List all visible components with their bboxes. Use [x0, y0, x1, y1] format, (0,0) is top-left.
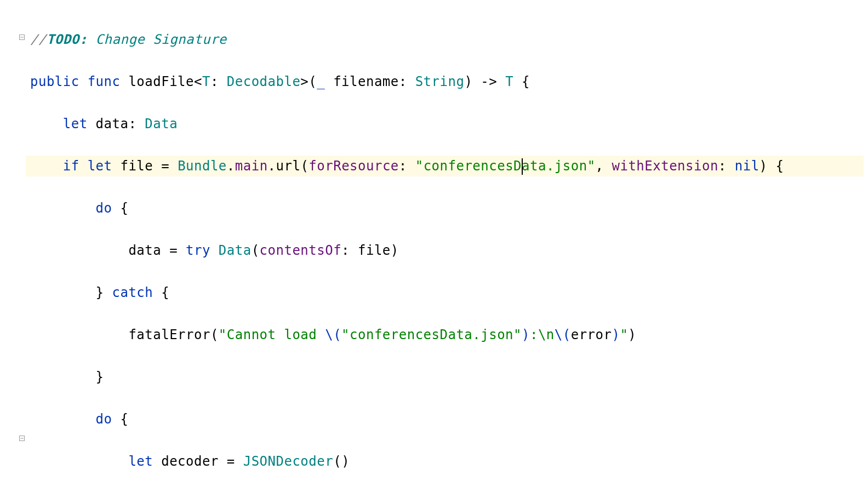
colon: : [210, 74, 219, 89]
keyword-let: let [63, 116, 88, 131]
code-line[interactable]: do { [30, 409, 864, 430]
colon: : [718, 158, 727, 174]
comment-slashes: // [30, 32, 47, 47]
lparen: ( [210, 327, 219, 342]
colon: : [399, 158, 407, 174]
fn-fatalError: fatalError [128, 327, 210, 342]
comma: , [596, 158, 604, 174]
code-line[interactable]: do { [30, 198, 864, 219]
var-error: error [571, 327, 612, 342]
arrow: -> [481, 74, 497, 89]
param-contentsOf: contentsOf [260, 243, 342, 258]
keyword-try: try [186, 243, 210, 258]
keyword-catch: catch [112, 285, 153, 300]
string-cannot-load-3: " [620, 327, 628, 342]
lbrace: { [120, 201, 128, 216]
lbrace: { [776, 158, 784, 174]
interp-close: ) [522, 327, 530, 342]
return-T: T [505, 74, 513, 89]
rbrace: } [96, 285, 104, 300]
string-json: "conferencesData.json" [341, 327, 522, 342]
type-bundle: Bundle [178, 158, 227, 174]
eq: = [169, 243, 178, 258]
type-decodable: Decodable [227, 74, 301, 89]
code-line-current[interactable]: if let file = Bundle.main.url(forResourc… [26, 156, 864, 177]
lbrace: { [120, 411, 128, 427]
rparen: ) [391, 243, 399, 258]
underscore: _ [317, 74, 325, 89]
rparen: ) [628, 327, 636, 342]
keyword-func: func [88, 74, 121, 89]
interp-open: \( [325, 327, 341, 342]
var-decoder: decoder [161, 454, 219, 469]
keyword-let: let [88, 158, 112, 174]
string-cannot-load: "Cannot load [219, 327, 325, 342]
code-area[interactable]: //TODO: Change Signature public func loa… [26, 0, 868, 492]
rparen: ) [760, 158, 768, 174]
param-filename: filename [333, 74, 399, 89]
rparen: ) [341, 454, 350, 469]
string-json-a: "conferencesD [415, 158, 522, 174]
lparen: ( [300, 158, 309, 174]
dot: . [268, 158, 276, 174]
code-line[interactable]: let data: Data [30, 113, 864, 135]
lbrace: { [161, 285, 169, 300]
type-string: String [415, 74, 465, 89]
eq: = [227, 454, 235, 469]
keyword-public: public [30, 74, 79, 89]
code-line[interactable]: } [30, 367, 864, 388]
type-data: Data [219, 243, 252, 258]
param-forResource: forResource [309, 158, 398, 174]
var-file: file [358, 243, 391, 258]
func-name: loadFile [128, 74, 194, 89]
lparen: ( [252, 243, 260, 258]
code-line[interactable]: fatalError("Cannot load \("conferencesDa… [30, 324, 864, 346]
keyword-let: let [128, 454, 153, 469]
param-withExtension: withExtension [612, 158, 718, 174]
generic-T: T [202, 74, 210, 89]
keyword-if: if [63, 158, 79, 174]
lparen: ( [309, 74, 317, 89]
fold-icon[interactable] [19, 435, 25, 442]
keyword-do: do [96, 201, 112, 216]
rbrace: } [96, 369, 104, 385]
comment-text: Change Signature [88, 32, 227, 47]
lparen: ( [333, 454, 341, 469]
comment-todo: TODO: [47, 32, 88, 47]
editor-gutter [0, 0, 26, 492]
code-line[interactable]: //TODO: Change Signature [30, 29, 864, 50]
code-editor[interactable]: //TODO: Change Signature public func loa… [0, 0, 868, 492]
string-cannot-load-2: :\n [530, 327, 555, 342]
var-data: data [128, 243, 161, 258]
var-data: data [96, 116, 129, 131]
lbrace: { [522, 74, 530, 89]
interp-close: ) [612, 327, 620, 342]
method-url: url [276, 158, 301, 174]
angle-open: < [194, 74, 202, 89]
code-line[interactable]: public func loadFile<T: Decodable>(_ fil… [30, 71, 864, 93]
code-line[interactable]: } catch { [30, 282, 864, 304]
code-line[interactable]: let decoder = JSONDecoder() [30, 451, 864, 472]
colon: : [341, 243, 350, 258]
string-json-b: ata.json" [522, 158, 596, 174]
type-data: Data [145, 116, 178, 131]
type-jsondecoder: JSONDecoder [243, 454, 333, 469]
dot: . [227, 158, 235, 174]
eq: = [161, 158, 169, 174]
interp-open: \( [555, 327, 571, 342]
fold-icon[interactable] [19, 34, 25, 41]
rparen: ) [464, 74, 472, 89]
var-file: file [120, 158, 153, 174]
member-main: main [235, 158, 268, 174]
keyword-nil: nil [735, 158, 760, 174]
angle-close: > [300, 74, 309, 89]
colon: : [128, 116, 136, 131]
keyword-do: do [96, 411, 112, 427]
colon: : [399, 74, 407, 89]
code-line[interactable]: data = try Data(contentsOf: file) [30, 240, 864, 261]
